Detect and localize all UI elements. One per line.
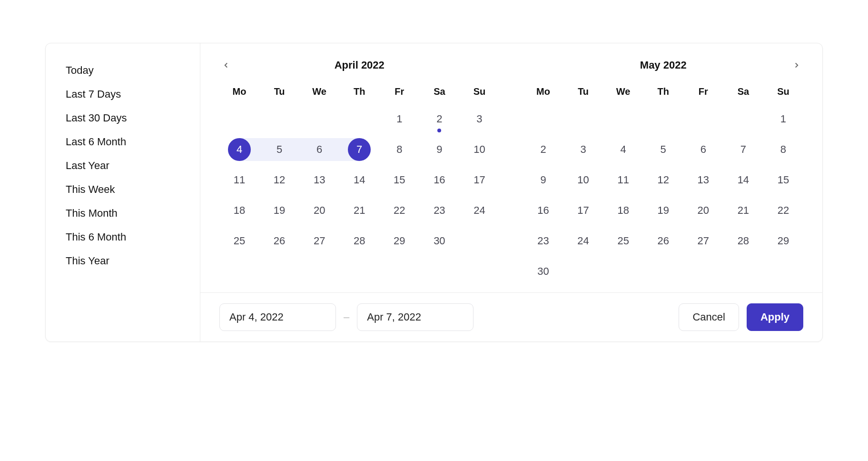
empty-cell	[299, 108, 339, 130]
preset-item[interactable]: This Year	[46, 249, 200, 273]
day-number: 28	[348, 230, 371, 252]
day-cell[interactable]: 20	[683, 199, 723, 222]
weekday-label: Tu	[259, 86, 299, 100]
preset-item[interactable]: Last 30 Days	[46, 106, 200, 130]
day-cell[interactable]: 29	[379, 230, 419, 252]
day-cell[interactable]: 26	[643, 230, 683, 252]
day-cell[interactable]: 25	[603, 230, 643, 252]
day-cell[interactable]: 17	[563, 199, 603, 222]
day-number: 5	[652, 138, 675, 161]
preset-item[interactable]: This Month	[46, 201, 200, 225]
day-cell[interactable]: 19	[643, 199, 683, 222]
day-cell[interactable]: 28	[339, 230, 379, 252]
day-number: 24	[468, 199, 491, 222]
day-cell[interactable]: 24	[459, 199, 499, 222]
day-number: 8	[772, 138, 795, 161]
day-cell[interactable]: 3	[459, 108, 499, 130]
day-cell[interactable]: 2	[419, 108, 459, 130]
day-number: 8	[388, 138, 411, 161]
day-cell[interactable]: 22	[763, 199, 803, 222]
day-cell[interactable]: 18	[219, 199, 259, 222]
day-cell[interactable]: 21	[723, 199, 763, 222]
empty-cell	[643, 108, 683, 130]
preset-item[interactable]: This 6 Month	[46, 225, 200, 249]
day-number: 26	[652, 230, 675, 252]
day-cell[interactable]: 16	[419, 169, 459, 191]
day-number: 19	[652, 199, 675, 222]
day-cell[interactable]: 8	[379, 138, 419, 161]
day-cell[interactable]: 30	[523, 260, 563, 283]
day-number: 13	[692, 169, 715, 191]
day-cell[interactable]: 1	[763, 108, 803, 130]
day-cell[interactable]: 15	[763, 169, 803, 191]
day-cell[interactable]: 12	[259, 169, 299, 191]
day-cell[interactable]: 27	[683, 230, 723, 252]
day-cell[interactable]: 25	[219, 230, 259, 252]
day-cell[interactable]: 23	[523, 230, 563, 252]
day-cell[interactable]: 7	[723, 138, 763, 161]
cancel-button[interactable]: Cancel	[679, 303, 739, 331]
day-cell[interactable]: 10	[459, 138, 499, 161]
day-cell[interactable]: 23	[419, 199, 459, 222]
day-number: 12	[652, 169, 675, 191]
preset-item[interactable]: Today	[46, 59, 200, 82]
day-number: 14	[732, 169, 755, 191]
day-cell[interactable]: 4	[219, 138, 259, 161]
empty-cell	[563, 108, 603, 130]
day-number: 21	[348, 199, 371, 222]
day-cell[interactable]: 12	[643, 169, 683, 191]
range-end-input[interactable]	[357, 303, 473, 331]
preset-item[interactable]: This Week	[46, 178, 200, 201]
day-cell[interactable]: 10	[563, 169, 603, 191]
day-cell[interactable]: 24	[563, 230, 603, 252]
day-cell[interactable]: 7	[339, 138, 379, 161]
day-cell[interactable]: 11	[603, 169, 643, 191]
day-cell[interactable]: 19	[259, 199, 299, 222]
day-cell[interactable]: 15	[379, 169, 419, 191]
weekday-label: Th	[643, 86, 683, 100]
day-number: 10	[572, 169, 595, 191]
day-number: 4	[228, 138, 251, 161]
day-cell[interactable]: 26	[259, 230, 299, 252]
day-cell[interactable]: 9	[523, 169, 563, 191]
day-cell[interactable]: 9	[419, 138, 459, 161]
day-number: 1	[772, 108, 795, 130]
day-cell[interactable]: 14	[339, 169, 379, 191]
prev-month-button[interactable]	[219, 59, 233, 72]
apply-button[interactable]: Apply	[747, 303, 803, 331]
day-cell[interactable]: 14	[723, 169, 763, 191]
day-cell[interactable]: 11	[219, 169, 259, 191]
day-cell[interactable]: 21	[339, 199, 379, 222]
weekday-label: Mo	[523, 86, 563, 100]
day-cell[interactable]: 13	[299, 169, 339, 191]
day-number: 22	[388, 199, 411, 222]
day-cell[interactable]: 6	[683, 138, 723, 161]
day-cell[interactable]: 18	[603, 199, 643, 222]
day-cell[interactable]: 13	[683, 169, 723, 191]
day-cell[interactable]: 1	[379, 108, 419, 130]
day-cell[interactable]: 5	[259, 138, 299, 161]
preset-item[interactable]: Last Year	[46, 154, 200, 178]
day-cell[interactable]: 4	[603, 138, 643, 161]
range-start-input[interactable]	[219, 303, 336, 331]
day-cell[interactable]: 16	[523, 199, 563, 222]
day-cell[interactable]: 30	[419, 230, 459, 252]
day-cell[interactable]: 20	[299, 199, 339, 222]
next-month-button[interactable]	[790, 59, 803, 72]
day-number: 9	[532, 169, 555, 191]
day-number: 9	[428, 138, 451, 161]
range-separator: –	[344, 311, 349, 323]
day-cell[interactable]: 2	[523, 138, 563, 161]
preset-item[interactable]: Last 6 Month	[46, 130, 200, 154]
preset-item[interactable]: Last 7 Days	[46, 82, 200, 106]
day-cell[interactable]: 28	[723, 230, 763, 252]
day-cell[interactable]: 8	[763, 138, 803, 161]
day-cell[interactable]: 27	[299, 230, 339, 252]
day-cell[interactable]: 29	[763, 230, 803, 252]
day-cell[interactable]: 22	[379, 199, 419, 222]
day-cell[interactable]: 6	[299, 138, 339, 161]
day-cell[interactable]: 3	[563, 138, 603, 161]
day-cell[interactable]: 5	[643, 138, 683, 161]
day-number: 6	[308, 138, 331, 161]
day-cell[interactable]: 17	[459, 169, 499, 191]
